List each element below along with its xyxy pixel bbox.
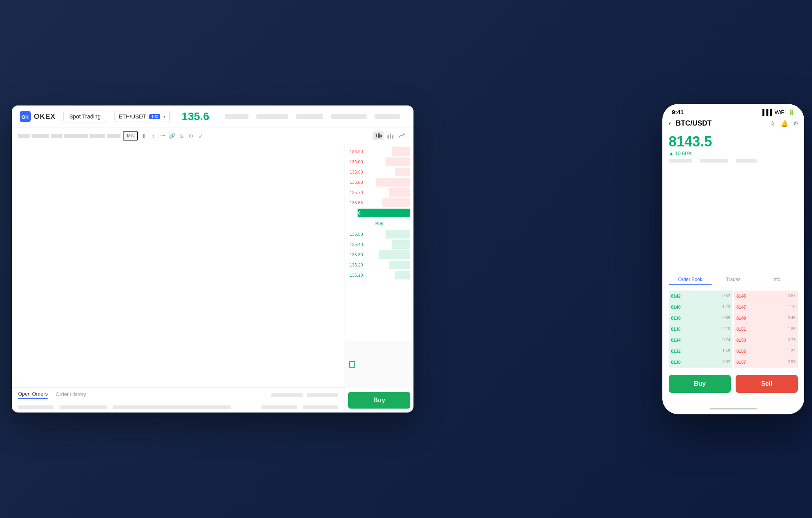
buy-order-row: 135.50 bbox=[348, 230, 410, 239]
star-icon[interactable]: ☆ bbox=[769, 120, 775, 127]
bar-chart-icon bbox=[387, 133, 393, 139]
tab-right-area bbox=[271, 393, 338, 397]
chart-area: Open Orders Order History bbox=[12, 144, 345, 413]
br-ph bbox=[261, 405, 297, 409]
mobile-sell-button[interactable]: Sell bbox=[736, 375, 798, 393]
gear-icon[interactable]: ⚙ bbox=[187, 132, 195, 139]
wave-icon[interactable]: 〜 bbox=[159, 132, 166, 139]
mobile-chart-area[interactable] bbox=[662, 166, 804, 245]
buy-price: 135.20 bbox=[348, 263, 365, 267]
tab-orderbook[interactable]: Order Book bbox=[669, 275, 712, 285]
mobile-buy-order-row: 8136 2.10 bbox=[669, 324, 732, 335]
stat-placeholder bbox=[331, 114, 367, 119]
svg-rect-3 bbox=[378, 133, 380, 138]
sell-order-row: 135.65 bbox=[348, 198, 410, 207]
mobile-sell-order-row: 8153 0.73 bbox=[734, 335, 798, 346]
mobile-action-icons: ☆ 🔔 ⎋ bbox=[769, 120, 798, 127]
mob-buy-price: 8132 bbox=[671, 349, 680, 353]
bottom-data-row bbox=[12, 402, 345, 413]
tb-ph bbox=[18, 134, 30, 138]
mobile-buy-button[interactable]: Buy bbox=[669, 375, 731, 393]
buy-price: 135.50 bbox=[348, 232, 365, 237]
sell-order-row: 135.90 bbox=[348, 168, 410, 176]
buy-bar bbox=[389, 261, 410, 269]
settings-icon[interactable]: ⊙ bbox=[178, 132, 185, 139]
sell-bar bbox=[386, 157, 410, 166]
mobile-sell-order-row: 8145 0.67 bbox=[734, 290, 798, 302]
candlestick-chart[interactable] bbox=[12, 148, 345, 356]
svg-rect-4 bbox=[380, 135, 382, 137]
ph bbox=[669, 159, 692, 163]
mob-amount: 1.23 bbox=[723, 305, 730, 309]
tab-order-history[interactable]: Order History bbox=[56, 391, 86, 399]
back-icon[interactable]: ‹ bbox=[669, 119, 671, 128]
buy-price: 135.30 bbox=[348, 252, 365, 257]
wifi-icon: WiFi bbox=[775, 109, 786, 115]
mob-amount: 1.10 bbox=[788, 305, 795, 309]
signal-icon: ▐▐▐ bbox=[760, 109, 772, 115]
mob-sell-price: 8147 bbox=[736, 305, 746, 309]
leverage-badge: 10X bbox=[149, 114, 160, 119]
header-stats bbox=[225, 114, 406, 119]
toolbar-placeholders bbox=[18, 134, 121, 138]
mob-buy-price: 8138 bbox=[671, 316, 680, 320]
buy-bar bbox=[392, 240, 410, 249]
mobile-volume-area bbox=[662, 245, 804, 273]
volume-canvas bbox=[24, 356, 341, 383]
main-content: Open Orders Order History bbox=[12, 144, 413, 413]
pair-selector[interactable]: ETH/USDT 10X ▾ bbox=[114, 111, 170, 122]
sell-order-row: 135.80 bbox=[348, 178, 410, 187]
tab-open-orders[interactable]: Open Orders bbox=[18, 391, 48, 399]
orderbook-sidebar: 136.20 136.00 135.90 135.80 135.70 bbox=[345, 144, 413, 413]
tab-info[interactable]: Info bbox=[755, 275, 798, 285]
buy-button[interactable]: Buy bbox=[348, 392, 410, 409]
mob-sell-price: 8145 bbox=[736, 294, 746, 298]
desktop-trading-app: OK OKEX Spot Trading ETH/USDT 10X ▾ 135.… bbox=[12, 105, 413, 413]
ph bbox=[736, 159, 757, 163]
sell-bar bbox=[389, 188, 410, 197]
mob-amount: 0.92 bbox=[723, 360, 730, 364]
mob-buy-price: 8136 bbox=[671, 327, 680, 331]
candlestick-view-button[interactable] bbox=[373, 131, 384, 140]
mob-amount: 0.45 bbox=[788, 316, 795, 320]
mobile-buy-orders: 8142 0.52 8140 1.23 8138 0.88 8136 2.10 … bbox=[669, 290, 732, 368]
share-icon[interactable]: ⎋ bbox=[794, 120, 798, 127]
ph bbox=[700, 159, 728, 163]
buy-price: 135.10 bbox=[348, 273, 365, 278]
logo-text: OKEX bbox=[34, 113, 56, 121]
mobile-sell-orders: 8145 0.67 8147 1.10 8149 0.45 8151 1.88 … bbox=[734, 290, 798, 368]
phone-time: 9:41 bbox=[672, 109, 684, 115]
tab-trades[interactable]: Trades bbox=[712, 275, 755, 285]
tb-ph bbox=[32, 134, 49, 138]
bell-icon[interactable]: 🔔 bbox=[780, 120, 788, 127]
buy-order-row: 135.20 bbox=[348, 261, 410, 269]
draw-icon[interactable]: ↕ bbox=[150, 132, 157, 139]
mobile-buy-order-row: 8142 0.52 bbox=[669, 290, 732, 302]
bar-view-button[interactable] bbox=[385, 131, 395, 140]
buy-price: 135.40 bbox=[348, 242, 365, 247]
change-percentage: 10.60% bbox=[675, 150, 692, 156]
line-view-button[interactable] bbox=[397, 131, 407, 140]
buy-bar bbox=[386, 230, 410, 239]
sell-order-row: 136.20 bbox=[348, 147, 410, 156]
chart-view-options bbox=[373, 131, 407, 140]
magnet-icon[interactable]: 🔗 bbox=[169, 132, 176, 139]
mobile-price-change: ▲ 10.60% bbox=[669, 150, 798, 156]
indicators-icon[interactable]: ⬆ bbox=[140, 132, 147, 139]
mob-amount: 0.88 bbox=[723, 316, 730, 320]
fullscreen-icon[interactable]: ⤢ bbox=[197, 132, 204, 139]
status-bar: 9:41 ▐▐▐ WiFi 🔋 bbox=[662, 104, 804, 115]
mobile-orderbook: 8142 0.52 8140 1.23 8138 0.88 8136 2.10 … bbox=[662, 287, 804, 371]
mob-sell-price: 8149 bbox=[736, 316, 746, 320]
tb-ph bbox=[51, 134, 63, 138]
spot-trading-button[interactable]: Spot Trading bbox=[63, 111, 106, 122]
orderbook-depth-chart bbox=[345, 341, 413, 388]
mobile-trading-pair: BTC/USDT bbox=[676, 119, 765, 128]
timeframe-ma-button[interactable]: MA bbox=[123, 131, 138, 141]
sell-price: 136.00 bbox=[348, 159, 365, 164]
buy-order-row: 135.40 bbox=[348, 240, 410, 249]
highlight-price: 135.6 bbox=[348, 211, 362, 215]
volume-area bbox=[12, 356, 345, 387]
mobile-sell-order-row: 8155 1.22 bbox=[734, 346, 798, 357]
buy-order-row: 135.10 bbox=[348, 271, 410, 279]
